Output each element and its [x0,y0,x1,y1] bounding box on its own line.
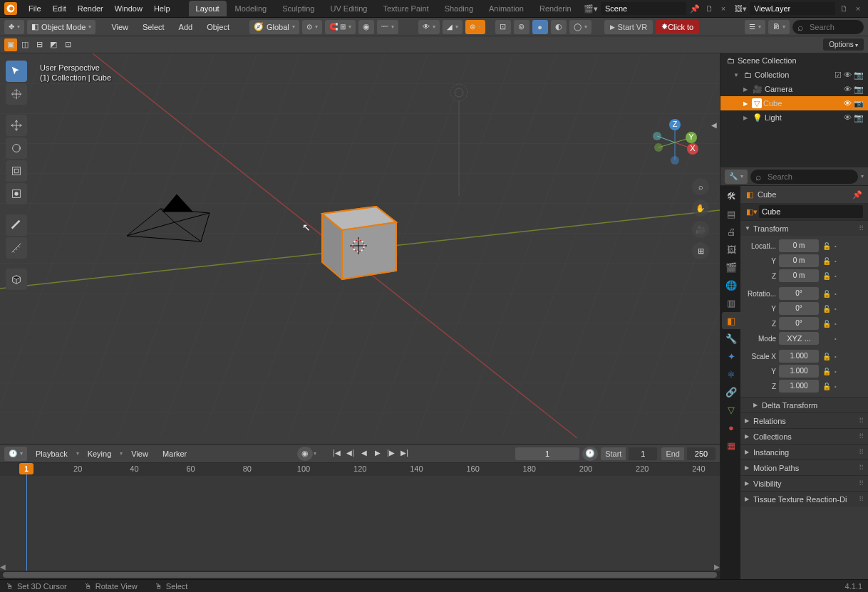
scene-name-input[interactable] [601,2,686,15]
prop-tab-render[interactable]: ▤ [722,205,740,222]
start-frame-input[interactable] [629,447,657,460]
timeline-playback-menu[interactable]: Playback [30,450,73,458]
outliner-item-camera[interactable]: ▶🎥Camera 👁📷 [720,82,868,96]
overlay-dropdown[interactable]: ⊜ [465,20,485,34]
shading-solid-icon[interactable]: ● [532,20,548,34]
prop-tab-modifiers[interactable]: 🔧 [722,330,740,347]
outliner-scene-collection[interactable]: 🗀Scene Collection [720,53,868,68]
shading-rendered-dropdown[interactable]: ◯ [569,20,591,34]
lock-icon[interactable]: 🔓 [822,272,832,280]
tool-select-box[interactable] [6,61,27,82]
prop-tab-constraints[interactable]: 🔗 [722,383,740,400]
shading-material-icon[interactable]: ◐ [551,20,567,34]
prop-tab-physics[interactable]: ⚛ [722,365,740,383]
camera-render-icon[interactable]: 📷 [854,85,864,94]
prop-tab-tool[interactable]: 🛠 [722,187,740,204]
proportional-falloff-dropdown[interactable]: 〰 [377,20,398,34]
timeline-ruler[interactable]: 120406080100120140160180200220240 [0,463,720,476]
outliner-filter-dropdown[interactable]: ☰ [745,20,765,34]
prop-tab-texture[interactable]: ▦ [722,437,740,454]
lock-icon[interactable]: 🔓 [822,353,832,360]
menu-select[interactable]: Select [137,23,170,31]
pin-icon[interactable]: 📌 [852,190,862,199]
menu-view[interactable]: View [105,23,134,31]
lock-icon[interactable]: 🔓 [822,368,832,375]
visibility-dropdown[interactable]: 👁 [418,20,440,34]
rotation-mode-dropdown[interactable]: XYZ ... [779,332,819,345]
jump-end-icon[interactable]: ▶| [398,447,411,459]
timeline-marker-menu[interactable]: Marker [157,450,192,458]
properties-editor-type[interactable]: 🔧 [725,170,748,184]
scene-browse-icon[interactable]: 🎬▾ [584,4,598,14]
menu-add[interactable]: Add [173,23,199,31]
panel-delta-transform[interactable]: ▶Delta Transform [740,397,868,412]
scale-x-input[interactable]: 1.000 [779,350,819,363]
prop-tab-scene[interactable]: 🎬 [722,259,740,276]
tab-rendering[interactable]: Renderin [532,1,579,16]
tool-move[interactable] [6,115,27,136]
prev-keyframe-icon[interactable]: ◀| [344,447,357,459]
timeline-keying-menu[interactable]: Keying [82,450,118,458]
camera-render-icon[interactable]: 📷 [854,99,864,108]
object-name-label[interactable]: Cube [758,190,776,199]
tab-shading[interactable]: Shading [438,1,480,16]
next-keyframe-icon[interactable]: |▶ [385,447,398,459]
mode-dropdown[interactable]: ◧Object Mode [27,20,95,34]
tool-transform[interactable] [6,183,27,204]
lock-icon[interactable]: 🔓 [822,257,832,265]
menu-help[interactable]: Help [148,4,176,13]
outliner-item-cube[interactable]: ▶▽Cube 👁📷 [720,96,868,110]
prop-tab-collection[interactable]: ▥ [722,294,740,311]
pan-icon[interactable]: ✋ [692,199,709,217]
tool-rotate[interactable] [6,137,27,159]
lock-icon[interactable]: 🔓 [822,305,832,313]
autokey-icon[interactable]: ◉ [297,447,313,461]
outliner-search-input[interactable] [792,20,864,34]
outliner-item-light[interactable]: ▶💡Light 👁📷 [720,110,868,125]
tab-sculpting[interactable]: Sculpting [275,1,321,16]
pin-icon[interactable]: 📌 [689,3,701,14]
tool-measure[interactable] [6,237,27,259]
n-panel-toggle[interactable]: ◀ [711,121,717,129]
select-invert-icon[interactable]: ⊡ [61,38,74,51]
options-icon[interactable]: ▾ [861,173,864,180]
snap-dropdown[interactable]: 🧲 ⊞ [325,20,356,34]
scale-y-input[interactable]: 1.000 [779,365,819,378]
lock-icon[interactable]: 🔓 [822,383,832,390]
zoom-icon[interactable]: ⌕ [692,178,709,195]
preview-range-icon[interactable]: 🕐 [582,447,598,461]
outliner-display-dropdown[interactable]: 🖹 [768,20,790,34]
prop-tab-data[interactable]: ▽ [722,401,740,418]
prop-tab-particles[interactable]: ✦ [722,348,740,365]
prop-tab-world[interactable]: 🌐 [722,276,740,294]
play-reverse-icon[interactable]: ◀ [358,447,371,459]
timeline-editor-type[interactable]: 🕐 [4,447,27,461]
tool-scale[interactable] [6,160,27,182]
prop-tab-viewlayer[interactable]: 🖼 [722,241,740,258]
menu-render[interactable]: Render [72,4,109,13]
menu-file[interactable]: File [23,4,47,13]
options-dropdown[interactable]: Options [823,38,864,51]
panel-instancing[interactable]: ▶Instancing⠿ [740,444,868,459]
rotation-y-input[interactable]: 0° [779,302,819,315]
orientation-dropdown[interactable]: 🧭Global [249,20,299,34]
new-viewlayer-icon[interactable]: 🗋 [838,3,849,14]
panel-relations[interactable]: ▶Relations⠿ [740,412,868,428]
end-frame-input[interactable] [687,447,715,460]
location-x-input[interactable]: 0 m [779,239,819,252]
camera-render-icon[interactable]: 📷 [854,113,864,123]
tab-layout[interactable]: Layout [189,1,227,16]
eye-icon[interactable]: 👁 [844,71,852,80]
menu-window[interactable]: Window [109,4,148,13]
prop-tab-object[interactable]: ◧ [722,312,740,329]
click-to-button[interactable]: ✸ Click to [656,20,699,34]
scale-z-input[interactable]: 1.000 [779,380,819,393]
tab-texture-paint[interactable]: Texture Paint [376,1,435,16]
outliner-collection[interactable]: ▼🗀Collection ☑👁📷 [720,68,868,82]
select-intersect-icon[interactable]: ◩ [47,38,60,51]
gizmo-dropdown[interactable]: ◢ [443,20,463,34]
panel-collections[interactable]: ▶Collections⠿ [740,428,868,444]
tab-uv[interactable]: UV Editing [323,1,374,16]
lock-icon[interactable]: 🔓 [822,242,832,250]
tab-modeling[interactable]: Modeling [228,1,274,16]
